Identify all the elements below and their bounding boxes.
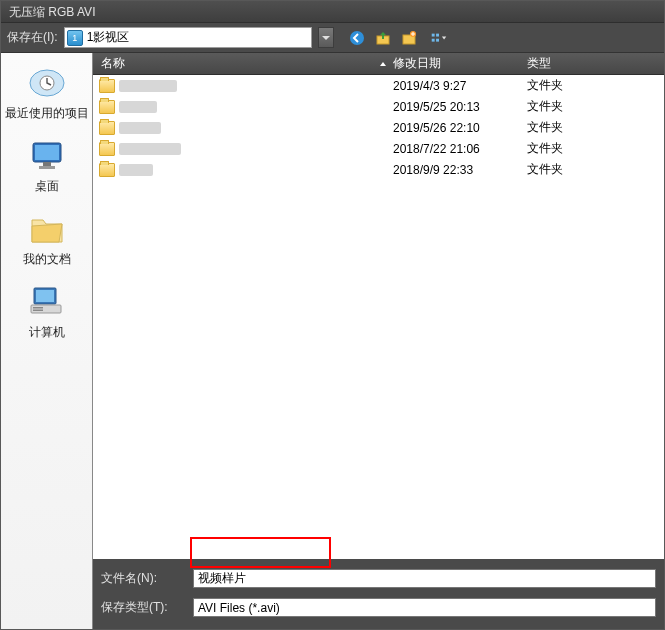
column-header-date[interactable]: 修改日期 bbox=[393, 55, 521, 72]
list-item-type: 文件夹 bbox=[521, 140, 664, 157]
column-header: 名称 修改日期 类型 bbox=[93, 53, 664, 75]
dialog-body: 最近使用的项目 桌面 我的文档 计算机 bbox=[1, 53, 664, 629]
svg-rect-12 bbox=[43, 162, 51, 166]
svg-rect-4 bbox=[431, 33, 434, 36]
place-mydocs[interactable]: 我的文档 bbox=[1, 207, 92, 278]
sort-arrow-icon bbox=[379, 57, 387, 71]
filename-label: 文件名(N): bbox=[101, 570, 181, 587]
filetype-label: 保存类型(T): bbox=[101, 599, 181, 616]
svg-rect-16 bbox=[31, 305, 61, 313]
svg-rect-7 bbox=[436, 38, 439, 41]
places-bar: 最近使用的项目 桌面 我的文档 计算机 bbox=[1, 53, 93, 629]
list-item[interactable]: 2019/4/3 9:27 文件夹 bbox=[93, 75, 664, 96]
place-recent[interactable]: 最近使用的项目 bbox=[1, 61, 92, 132]
svg-rect-5 bbox=[431, 38, 434, 41]
svg-point-0 bbox=[350, 31, 364, 45]
folder-name-redacted bbox=[119, 122, 161, 134]
list-item[interactable]: 2019/5/26 22:10 文件夹 bbox=[93, 117, 664, 138]
up-one-level-button[interactable] bbox=[372, 27, 394, 49]
file-list[interactable]: 2019/4/3 9:27 文件夹 2019/5/25 20:13 文件夹 20… bbox=[93, 75, 664, 559]
window-title: 无压缩 RGB AVI bbox=[1, 1, 664, 23]
location-text: 1影视区 bbox=[87, 29, 130, 46]
place-label: 计算机 bbox=[1, 324, 92, 341]
desktop-icon bbox=[27, 138, 67, 174]
svg-rect-11 bbox=[35, 145, 59, 160]
location-combo[interactable]: 1 1影视区 bbox=[64, 27, 312, 48]
place-label: 我的文档 bbox=[1, 251, 92, 268]
folder-icon bbox=[99, 121, 115, 135]
column-name-label: 名称 bbox=[101, 55, 125, 72]
place-label: 桌面 bbox=[1, 178, 92, 195]
folder-icon bbox=[99, 79, 115, 93]
location-drop-button[interactable] bbox=[318, 27, 334, 48]
place-desktop[interactable]: 桌面 bbox=[1, 134, 92, 205]
folder-icon bbox=[99, 163, 115, 177]
new-folder-button[interactable] bbox=[398, 27, 420, 49]
save-dialog: 无压缩 RGB AVI 保存在(I): 1 1影视区 bbox=[0, 0, 665, 630]
list-item-date: 2018/9/9 22:33 bbox=[393, 163, 521, 177]
list-item[interactable]: 2018/7/22 21:06 文件夹 bbox=[93, 138, 664, 159]
place-computer[interactable]: 计算机 bbox=[1, 280, 92, 351]
location-toolbar: 保存在(I): 1 1影视区 bbox=[1, 23, 664, 53]
list-item-type: 文件夹 bbox=[521, 98, 664, 115]
list-item-date: 2019/5/26 22:10 bbox=[393, 121, 521, 135]
filename-input[interactable] bbox=[193, 569, 656, 588]
svg-rect-15 bbox=[36, 290, 54, 302]
location-folder-icon: 1 bbox=[67, 30, 83, 46]
folder-name-redacted bbox=[119, 143, 181, 155]
list-item-type: 文件夹 bbox=[521, 161, 664, 178]
folder-name-redacted bbox=[119, 101, 157, 113]
list-item-date: 2018/7/22 21:06 bbox=[393, 142, 521, 156]
view-menu-button[interactable] bbox=[424, 27, 454, 49]
list-item-date: 2019/4/3 9:27 bbox=[393, 79, 521, 93]
svg-rect-13 bbox=[39, 166, 55, 169]
list-item[interactable]: 2019/5/25 20:13 文件夹 bbox=[93, 96, 664, 117]
folder-icon bbox=[99, 100, 115, 114]
column-header-type[interactable]: 类型 bbox=[521, 55, 664, 72]
back-button[interactable] bbox=[346, 27, 368, 49]
list-item-type: 文件夹 bbox=[521, 77, 664, 94]
computer-icon bbox=[27, 284, 67, 320]
column-header-name[interactable]: 名称 bbox=[93, 55, 393, 72]
place-label: 最近使用的项目 bbox=[1, 105, 92, 122]
recent-icon bbox=[27, 65, 67, 101]
svg-rect-17 bbox=[33, 307, 43, 309]
list-item[interactable]: 2018/9/9 22:33 文件夹 bbox=[93, 159, 664, 180]
bottom-fields: 文件名(N): 保存类型(T): bbox=[93, 559, 664, 629]
folder-name-redacted bbox=[119, 80, 177, 92]
list-item-type: 文件夹 bbox=[521, 119, 664, 136]
folder-name-redacted bbox=[119, 164, 153, 176]
documents-icon bbox=[27, 211, 67, 247]
save-in-label: 保存在(I): bbox=[7, 29, 58, 46]
folder-icon bbox=[99, 142, 115, 156]
svg-rect-6 bbox=[436, 33, 439, 36]
svg-rect-18 bbox=[33, 310, 43, 312]
filetype-combo[interactable] bbox=[193, 598, 656, 617]
list-item-date: 2019/5/25 20:13 bbox=[393, 100, 521, 114]
main-column: 名称 修改日期 类型 2019/4/3 9:27 文件夹 2019/5/25 2… bbox=[93, 53, 664, 629]
